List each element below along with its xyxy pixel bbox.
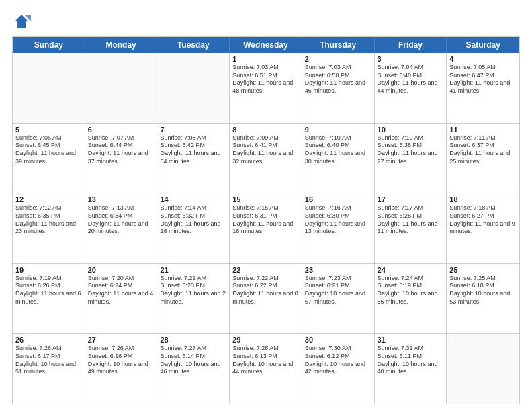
calendar-cell: 10Sunrise: 7:10 AM Sunset: 6:38 PM Dayli… xyxy=(375,124,447,193)
day-info: Sunrise: 7:06 AM Sunset: 6:45 PM Dayligh… xyxy=(15,134,82,166)
day-info: Sunrise: 7:03 AM Sunset: 6:50 PM Dayligh… xyxy=(305,64,371,95)
day-number: 20 xyxy=(88,266,154,274)
day-info: Sunrise: 7:28 AM Sunset: 6:13 PM Dayligh… xyxy=(232,345,299,376)
day-info: Sunrise: 7:15 AM Sunset: 6:31 PM Dayligh… xyxy=(232,204,299,236)
day-number: 7 xyxy=(160,126,226,134)
day-number: 25 xyxy=(449,266,517,274)
day-number: 22 xyxy=(232,266,299,274)
day-info: Sunrise: 7:19 AM Sunset: 6:26 PM Dayligh… xyxy=(15,275,82,306)
day-number: 14 xyxy=(160,195,226,203)
day-number: 12 xyxy=(15,195,82,203)
calendar-cell: 7Sunrise: 7:08 AM Sunset: 6:42 PM Daylig… xyxy=(157,124,230,193)
day-info: Sunrise: 7:30 AM Sunset: 6:12 PM Dayligh… xyxy=(305,345,371,376)
calendar-cell: 18Sunrise: 7:18 AM Sunset: 6:27 PM Dayli… xyxy=(447,193,519,263)
calendar-cell xyxy=(13,53,85,123)
day-info: Sunrise: 7:03 AM Sunset: 6:51 PM Dayligh… xyxy=(232,64,299,95)
calendar-cell: 26Sunrise: 7:26 AM Sunset: 6:17 PM Dayli… xyxy=(13,334,85,404)
page: SundayMondayTuesdayWednesdayThursdayFrid… xyxy=(0,0,532,411)
day-number: 23 xyxy=(305,266,371,274)
calendar-cell: 20Sunrise: 7:20 AM Sunset: 6:24 PM Dayli… xyxy=(85,264,158,334)
calendar-cell: 24Sunrise: 7:24 AM Sunset: 6:19 PM Dayli… xyxy=(375,264,447,334)
weekday-header-tuesday: Tuesday xyxy=(157,37,230,53)
header xyxy=(12,12,520,31)
day-number: 5 xyxy=(15,126,82,134)
calendar-cell: 5Sunrise: 7:06 AM Sunset: 6:45 PM Daylig… xyxy=(13,124,85,193)
calendar-cell: 12Sunrise: 7:12 AM Sunset: 6:35 PM Dayli… xyxy=(13,193,85,263)
calendar-cell: 27Sunrise: 7:26 AM Sunset: 6:16 PM Dayli… xyxy=(85,334,158,404)
calendar-cell: 28Sunrise: 7:27 AM Sunset: 6:14 PM Dayli… xyxy=(157,334,230,404)
calendar-row-1: 5Sunrise: 7:06 AM Sunset: 6:45 PM Daylig… xyxy=(13,124,519,194)
calendar-cell: 15Sunrise: 7:15 AM Sunset: 6:31 PM Dayli… xyxy=(230,193,302,263)
day-info: Sunrise: 7:08 AM Sunset: 6:42 PM Dayligh… xyxy=(160,134,226,166)
calendar-row-3: 19Sunrise: 7:19 AM Sunset: 6:26 PM Dayli… xyxy=(13,264,519,334)
calendar-body: 1Sunrise: 7:03 AM Sunset: 6:51 PM Daylig… xyxy=(13,53,519,404)
day-number: 30 xyxy=(305,336,371,344)
day-number: 3 xyxy=(378,55,444,63)
day-info: Sunrise: 7:12 AM Sunset: 6:35 PM Dayligh… xyxy=(15,204,82,236)
calendar-cell: 6Sunrise: 7:07 AM Sunset: 6:44 PM Daylig… xyxy=(85,124,158,193)
calendar-cell: 4Sunrise: 7:05 AM Sunset: 6:47 PM Daylig… xyxy=(447,53,519,123)
calendar-cell: 16Sunrise: 7:16 AM Sunset: 6:30 PM Dayli… xyxy=(302,193,375,263)
calendar-cell: 29Sunrise: 7:28 AM Sunset: 6:13 PM Dayli… xyxy=(230,334,302,404)
weekday-header-sunday: Sunday xyxy=(13,37,85,53)
calendar-cell: 25Sunrise: 7:25 AM Sunset: 6:18 PM Dayli… xyxy=(447,264,519,334)
calendar-cell: 3Sunrise: 7:04 AM Sunset: 6:48 PM Daylig… xyxy=(375,53,447,123)
calendar-cell: 8Sunrise: 7:09 AM Sunset: 6:41 PM Daylig… xyxy=(230,124,302,193)
day-info: Sunrise: 7:27 AM Sunset: 6:14 PM Dayligh… xyxy=(160,345,226,376)
day-info: Sunrise: 7:21 AM Sunset: 6:23 PM Dayligh… xyxy=(160,275,226,306)
day-info: Sunrise: 7:18 AM Sunset: 6:27 PM Dayligh… xyxy=(449,204,517,236)
day-number: 8 xyxy=(232,126,299,134)
calendar-cell: 2Sunrise: 7:03 AM Sunset: 6:50 PM Daylig… xyxy=(302,53,375,123)
day-number: 28 xyxy=(160,336,226,344)
day-info: Sunrise: 7:26 AM Sunset: 6:16 PM Dayligh… xyxy=(88,345,154,376)
calendar-cell: 31Sunrise: 7:31 AM Sunset: 6:11 PM Dayli… xyxy=(375,334,447,404)
calendar-cell: 23Sunrise: 7:23 AM Sunset: 6:21 PM Dayli… xyxy=(302,264,375,334)
day-info: Sunrise: 7:24 AM Sunset: 6:19 PM Dayligh… xyxy=(378,275,444,306)
calendar-header-row: SundayMondayTuesdayWednesdayThursdayFrid… xyxy=(13,37,519,53)
calendar-row-0: 1Sunrise: 7:03 AM Sunset: 6:51 PM Daylig… xyxy=(13,53,519,124)
calendar-cell: 1Sunrise: 7:03 AM Sunset: 6:51 PM Daylig… xyxy=(230,53,302,123)
weekday-header-thursday: Thursday xyxy=(302,37,375,53)
day-info: Sunrise: 7:04 AM Sunset: 6:48 PM Dayligh… xyxy=(378,64,444,95)
day-number: 9 xyxy=(305,126,371,134)
weekday-header-friday: Friday xyxy=(375,37,447,53)
day-info: Sunrise: 7:05 AM Sunset: 6:47 PM Dayligh… xyxy=(449,64,517,95)
day-number: 1 xyxy=(232,55,299,63)
day-number: 17 xyxy=(378,195,444,203)
calendar-cell xyxy=(85,53,158,123)
calendar-row-2: 12Sunrise: 7:12 AM Sunset: 6:35 PM Dayli… xyxy=(13,193,519,264)
day-number: 24 xyxy=(378,266,444,274)
day-number: 27 xyxy=(88,336,154,344)
day-number: 18 xyxy=(449,195,517,203)
day-number: 15 xyxy=(232,195,299,203)
day-info: Sunrise: 7:23 AM Sunset: 6:21 PM Dayligh… xyxy=(305,275,371,306)
calendar-cell: 21Sunrise: 7:21 AM Sunset: 6:23 PM Dayli… xyxy=(157,264,230,334)
day-number: 19 xyxy=(15,266,82,274)
day-info: Sunrise: 7:07 AM Sunset: 6:44 PM Dayligh… xyxy=(88,134,154,166)
calendar-row-4: 26Sunrise: 7:26 AM Sunset: 6:17 PM Dayli… xyxy=(13,334,519,404)
day-info: Sunrise: 7:20 AM Sunset: 6:24 PM Dayligh… xyxy=(88,275,154,306)
day-number: 16 xyxy=(305,195,371,203)
day-info: Sunrise: 7:10 AM Sunset: 6:38 PM Dayligh… xyxy=(378,134,444,166)
day-info: Sunrise: 7:09 AM Sunset: 6:41 PM Dayligh… xyxy=(232,134,299,166)
calendar-cell xyxy=(447,334,519,404)
day-info: Sunrise: 7:13 AM Sunset: 6:34 PM Dayligh… xyxy=(88,204,154,236)
logo-icon xyxy=(12,12,31,31)
day-number: 29 xyxy=(232,336,299,344)
day-info: Sunrise: 7:25 AM Sunset: 6:18 PM Dayligh… xyxy=(449,275,517,306)
day-number: 31 xyxy=(378,336,444,344)
calendar-cell: 14Sunrise: 7:14 AM Sunset: 6:32 PM Dayli… xyxy=(157,193,230,263)
day-number: 4 xyxy=(449,55,517,63)
day-number: 26 xyxy=(15,336,82,344)
calendar: SundayMondayTuesdayWednesdayThursdayFrid… xyxy=(12,36,520,404)
day-info: Sunrise: 7:17 AM Sunset: 6:28 PM Dayligh… xyxy=(378,204,444,236)
calendar-cell xyxy=(157,53,230,123)
weekday-header-wednesday: Wednesday xyxy=(230,37,302,53)
calendar-cell: 22Sunrise: 7:22 AM Sunset: 6:22 PM Dayli… xyxy=(230,264,302,334)
calendar-cell: 19Sunrise: 7:19 AM Sunset: 6:26 PM Dayli… xyxy=(13,264,85,334)
day-number: 2 xyxy=(305,55,371,63)
day-number: 13 xyxy=(88,195,154,203)
weekday-header-saturday: Saturday xyxy=(447,37,519,53)
calendar-cell: 30Sunrise: 7:30 AM Sunset: 6:12 PM Dayli… xyxy=(302,334,375,404)
calendar-cell: 17Sunrise: 7:17 AM Sunset: 6:28 PM Dayli… xyxy=(375,193,447,263)
